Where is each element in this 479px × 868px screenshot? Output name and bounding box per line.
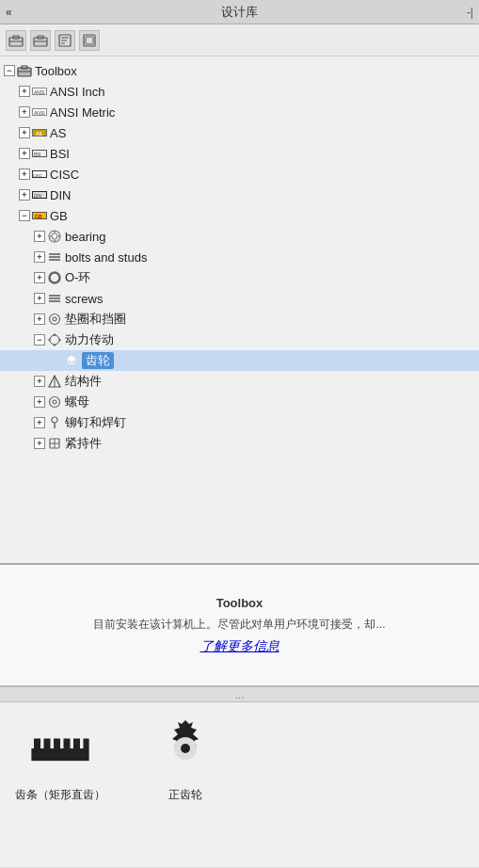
tree-item-screws[interactable]: + screws — [0, 288, 479, 309]
svg-point-58 — [53, 400, 56, 404]
svg-rect-67 — [54, 739, 60, 749]
tree-label-bearing: bearing — [65, 230, 105, 244]
din-icon: DIN — [32, 187, 47, 202]
tree-item-rivet[interactable]: + 铆钉和焊钉 — [0, 412, 479, 433]
gear-item-rack[interactable]: 齿条（矩形直齿） — [15, 715, 105, 803]
expand-toolbox[interactable]: − — [4, 65, 15, 76]
tree-label-power: 动力传动 — [65, 331, 114, 348]
rivet-icon — [47, 415, 62, 430]
tree-item-ansi-inch[interactable]: + ANSI ANSI Inch — [0, 81, 479, 102]
rack-icon — [27, 715, 93, 781]
expand-nut[interactable]: + — [34, 396, 45, 408]
tree-label-washers: 垫圈和挡圈 — [65, 311, 126, 328]
info-panel: Toolbox 目前安装在该计算机上。尽管此对单用户环境可接受，却... 了解更… — [0, 565, 479, 687]
svg-text:ANSI: ANSI — [34, 110, 45, 116]
tree-label-bsi: BSI — [50, 147, 70, 161]
expand-as[interactable]: + — [19, 127, 30, 138]
washers-icon — [47, 312, 62, 327]
bolts-icon — [47, 249, 62, 265]
gb-icon: GB — [32, 208, 47, 223]
svg-point-73 — [181, 744, 190, 753]
svg-rect-66 — [44, 739, 51, 749]
svg-point-35 — [54, 231, 56, 233]
expand-rivet[interactable]: + — [34, 417, 45, 428]
expand-oring[interactable]: + — [34, 272, 45, 283]
tree-panel: − Toolbox + ANSI ANSI Inch — [0, 56, 479, 565]
expand-ansi-inch[interactable]: + — [19, 86, 30, 97]
expand-struct[interactable]: + — [34, 376, 45, 387]
expand-more[interactable]: + — [34, 438, 45, 449]
expand-bolts[interactable]: + — [34, 251, 45, 263]
expand-ansi-metric[interactable]: + — [19, 106, 30, 118]
svg-point-38 — [58, 235, 60, 237]
pin-button[interactable]: -| — [467, 6, 473, 19]
bearing-icon — [47, 229, 62, 244]
expand-bsi[interactable]: + — [19, 148, 30, 159]
tree-content: − Toolbox + ANSI ANSI Inch — [0, 56, 479, 458]
tree-item-ansi-metric[interactable]: + ANSI ANSI Metric — [0, 102, 479, 122]
gear-items-container: 齿条（矩形直齿） 正齿轮 — [0, 702, 479, 807]
svg-point-48 — [50, 335, 59, 345]
tree-item-toolbox[interactable]: − Toolbox — [0, 60, 479, 81]
svg-point-47 — [53, 317, 56, 321]
collapse-button[interactable]: « — [6, 6, 12, 19]
svg-marker-52 — [59, 339, 61, 342]
ansi-inch-icon: ANSI — [32, 84, 47, 99]
tree-label-screws: screws — [65, 292, 103, 306]
tree-item-washers[interactable]: + 垫圈和挡圈 — [0, 309, 479, 330]
gear-item-spur[interactable]: 正齿轮 — [152, 715, 218, 803]
power-icon — [47, 332, 62, 347]
tree-item-din[interactable]: + DIN DIN — [0, 185, 479, 205]
bsi-icon: BSI — [32, 146, 47, 161]
tree-label-more: 紧持件 — [65, 435, 102, 452]
tree-label-nut: 螺母 — [65, 394, 89, 410]
tree-item-bsi[interactable]: + BSI BSI — [0, 143, 479, 164]
svg-rect-69 — [73, 739, 80, 749]
tree-label-oring: O-环 — [65, 269, 90, 286]
tree-label-struct: 结构件 — [65, 373, 102, 390]
expand-gb[interactable]: − — [19, 210, 30, 221]
tree-label-gear: 齿轮 — [82, 352, 114, 369]
tree-item-cisc[interactable]: + CISC CISC — [0, 164, 479, 185]
info-link[interactable]: 了解更多信息 — [200, 638, 279, 655]
tree-item-oring[interactable]: + O-环 — [0, 267, 479, 288]
svg-text:CISC: CISC — [33, 173, 42, 178]
info-desc: 目前安装在该计算机上。尽管此对单用户环境可接受，却... — [93, 616, 385, 633]
panel-title: 设计库 — [221, 4, 258, 21]
tree-item-gear[interactable]: 齿轮 — [0, 350, 479, 371]
svg-rect-64 — [31, 748, 88, 761]
toolbar-btn-4[interactable] — [79, 30, 100, 51]
tree-item-more[interactable]: + 紧持件 — [0, 433, 479, 454]
toolbox-icon — [17, 63, 32, 78]
svg-marker-50 — [54, 345, 56, 346]
expand-cisc[interactable]: + — [19, 169, 30, 180]
tree-item-bolts[interactable]: + bolts and studs — [0, 247, 479, 267]
tree-item-as[interactable]: + AS AS — [0, 122, 479, 143]
ansi-metric-icon: ANSI — [32, 104, 47, 120]
tree-label-rivet: 铆钉和焊钉 — [65, 414, 126, 431]
toolbar-btn-2[interactable] — [30, 30, 51, 51]
oring-icon — [47, 270, 62, 285]
toolbar-btn-1[interactable] — [6, 30, 26, 51]
as-icon: AS — [32, 125, 47, 140]
svg-point-57 — [50, 397, 60, 408]
cisc-icon: CISC — [32, 167, 47, 182]
tree-label-ansi-inch: ANSI Inch — [50, 85, 105, 99]
svg-text:GB: GB — [35, 214, 42, 219]
svg-text:BSI: BSI — [34, 153, 40, 157]
toolbar-btn-3[interactable] — [55, 30, 75, 51]
tree-label-toolbox: Toolbox — [35, 64, 77, 78]
expand-din[interactable]: + — [19, 189, 30, 201]
tree-item-nut[interactable]: + 螺母 — [0, 392, 479, 412]
tree-label-gb: GB — [50, 209, 68, 223]
expand-bearing[interactable]: + — [34, 231, 45, 242]
expand-washers[interactable]: + — [34, 313, 45, 325]
expand-screws[interactable]: + — [34, 293, 45, 304]
tree-item-struct[interactable]: + 结构件 — [0, 371, 479, 392]
tree-item-gb[interactable]: − GB GB — [0, 205, 479, 226]
tree-item-power[interactable]: − 动力传动 — [0, 330, 479, 350]
expand-power[interactable]: − — [34, 334, 45, 346]
svg-text:DIN: DIN — [34, 194, 41, 199]
svg-point-46 — [50, 314, 60, 325]
tree-item-bearing[interactable]: + bearing — [0, 226, 479, 247]
